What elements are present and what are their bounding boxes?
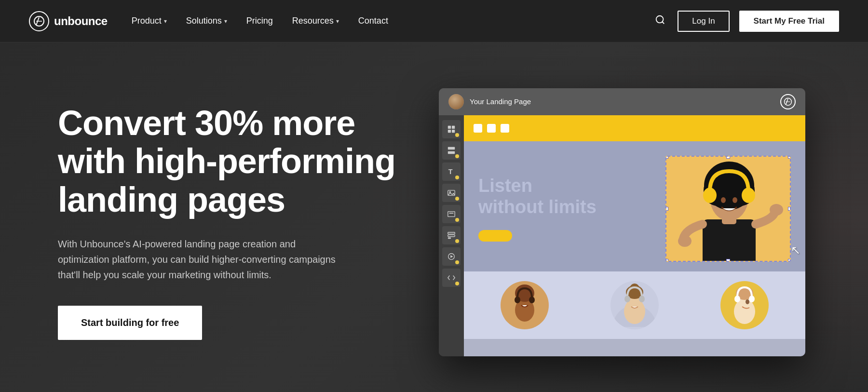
trial-button[interactable]: Start My Free Trial — [739, 11, 839, 32]
svg-point-37 — [770, 204, 783, 216]
hero-subtext: With Unbounce's AI-powered landing page … — [58, 236, 338, 283]
canvas-headline: Listen without limits — [478, 176, 656, 217]
handle-tr — [788, 156, 791, 159]
tool-code[interactable] — [442, 269, 461, 287]
tool-text[interactable]: T — [442, 162, 461, 181]
svg-rect-13 — [448, 151, 455, 153]
tool-section[interactable] — [442, 141, 461, 160]
logo-link[interactable]: unbounce — [29, 11, 108, 31]
cta-button[interactable]: Start building for free — [58, 306, 202, 340]
canvas-topbar — [464, 115, 805, 141]
svg-rect-20 — [448, 235, 455, 237]
chevron-down-icon: ▾ — [224, 18, 227, 25]
chevron-down-icon: ▾ — [164, 18, 167, 25]
editor-window: Your Landing Page — [439, 88, 805, 356]
canvas-text-area: Listen without limits — [478, 176, 656, 242]
svg-point-35 — [742, 188, 755, 203]
handle-bm — [726, 259, 730, 262]
tool-video[interactable] — [442, 247, 461, 266]
svg-rect-11 — [452, 129, 455, 132]
canvas-image-box — [665, 156, 791, 262]
editor-titlebar: Your Landing Page — [439, 88, 805, 115]
login-button[interactable]: Log In — [678, 11, 729, 32]
canvas-cta-button[interactable] — [478, 230, 512, 242]
svg-point-34 — [703, 188, 717, 203]
svg-rect-10 — [448, 129, 451, 132]
svg-rect-9 — [452, 125, 455, 128]
hero-content: Convert 30% morewith high-performingland… — [58, 104, 395, 340]
editor-body: T — [439, 115, 805, 356]
svg-point-50 — [639, 296, 645, 302]
handle-tl — [665, 156, 668, 159]
nav-solutions[interactable]: Solutions ▾ — [186, 16, 227, 26]
svg-point-42 — [515, 297, 520, 303]
navigation: unbounce Product ▾ Solutions ▾ Pricing R… — [0, 0, 868, 42]
editor-logo-badge — [780, 94, 796, 109]
tool-layout[interactable] — [442, 120, 461, 138]
hero-heading: Convert 30% morewith high-performingland… — [58, 104, 395, 219]
canvas-testimonials — [464, 271, 805, 339]
handle-br — [788, 259, 791, 262]
topbar-dot-2 — [487, 124, 496, 133]
svg-point-33 — [732, 197, 737, 203]
search-button[interactable] — [652, 12, 668, 30]
nav-links: Product ▾ Solutions ▾ Pricing Resources … — [132, 16, 653, 26]
testimonial-3 — [720, 281, 769, 329]
nav-product[interactable]: Product ▾ — [132, 16, 167, 26]
logo-text: unbounce — [54, 14, 108, 28]
handle-rm — [788, 207, 791, 211]
svg-point-43 — [529, 297, 535, 303]
tool-embed[interactable] — [442, 205, 461, 223]
hero-section: Convert 30% morewith high-performingland… — [0, 42, 868, 392]
editor-canvas: Listen without limits — [464, 115, 805, 356]
chevron-down-icon: ▾ — [336, 18, 339, 25]
handle-bl — [665, 259, 668, 262]
nav-resources[interactable]: Resources ▾ — [292, 16, 339, 26]
svg-rect-12 — [448, 147, 455, 149]
editor-preview: Your Landing Page — [395, 88, 820, 356]
svg-rect-21 — [448, 237, 451, 239]
handle-tm — [726, 156, 730, 159]
person-image — [666, 157, 791, 262]
svg-point-3 — [656, 16, 664, 23]
handle-lm — [665, 207, 668, 211]
editor-title-left: Your Landing Page — [448, 94, 531, 109]
svg-point-32 — [721, 197, 726, 203]
svg-rect-17 — [448, 211, 455, 216]
logo-icon — [29, 11, 49, 31]
svg-rect-25 — [703, 219, 756, 262]
cursor-icon: ↖ — [791, 243, 800, 257]
svg-rect-19 — [448, 232, 455, 234]
svg-point-56 — [749, 296, 755, 302]
tool-image[interactable] — [442, 184, 461, 202]
tool-form[interactable] — [442, 226, 461, 244]
svg-point-31 — [712, 163, 746, 190]
svg-rect-18 — [449, 213, 454, 214]
svg-marker-23 — [450, 255, 453, 257]
topbar-dot-1 — [474, 124, 482, 133]
svg-point-36 — [678, 235, 692, 247]
nav-actions: Log In Start My Free Trial — [652, 11, 839, 32]
nav-pricing[interactable]: Pricing — [246, 16, 273, 26]
testimonial-2 — [610, 281, 659, 329]
svg-text:T: T — [448, 168, 453, 176]
testimonial-1 — [501, 281, 549, 329]
editor-toolbar: T — [439, 115, 464, 356]
editor-avatar — [448, 94, 464, 109]
svg-line-4 — [663, 22, 665, 24]
svg-point-55 — [734, 296, 740, 302]
editor-page-title: Your Landing Page — [470, 97, 531, 106]
topbar-dot-3 — [501, 124, 509, 133]
svg-point-49 — [624, 296, 630, 302]
canvas-main: Listen without limits — [464, 141, 805, 271]
svg-point-57 — [746, 299, 749, 304]
nav-contact[interactable]: Contact — [358, 16, 388, 26]
svg-rect-8 — [448, 125, 451, 128]
